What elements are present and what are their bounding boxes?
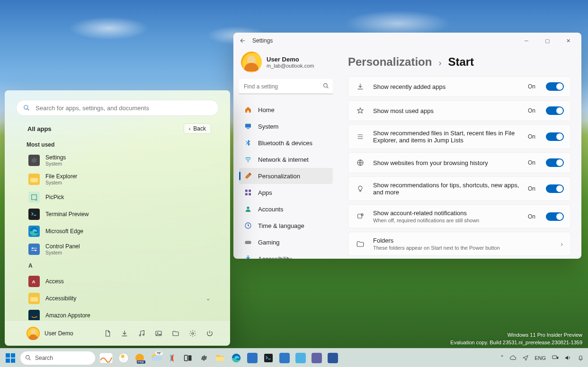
app-microsoft-edge[interactable]: Microsoft Edge: [27, 223, 221, 240]
widgets-button[interactable]: [98, 351, 115, 365]
svg-rect-22: [30, 245, 38, 253]
toggle-switch[interactable]: [546, 106, 564, 115]
downloads-icon[interactable]: [120, 329, 129, 338]
volume-icon[interactable]: [564, 354, 571, 361]
settings-icon[interactable]: [188, 329, 197, 338]
app-file-explorer[interactable]: File Explorer System: [27, 170, 221, 189]
nav-system[interactable]: System: [239, 118, 333, 134]
settings-account-header[interactable]: User Demo m_lab@outlook.com: [239, 49, 333, 79]
app-accessibility[interactable]: Accessibility ⌄: [27, 290, 221, 307]
taskbar-search-placeholder: Search: [35, 355, 53, 361]
phone-link-icon[interactable]: [277, 351, 292, 365]
word-icon[interactable]: [326, 351, 340, 365]
nav-accessibility[interactable]: Accessibility: [239, 251, 333, 259]
nav-bluetooth-devices[interactable]: Bluetooth & devices: [239, 135, 333, 151]
nav-personalization[interactable]: Personalization: [239, 168, 333, 184]
nav-label: Network & internet: [258, 156, 309, 163]
setting-row[interactable]: Show most used apps On: [348, 100, 571, 121]
footer-user-name[interactable]: User Demo: [45, 330, 73, 337]
lightbulb-icon: [355, 184, 365, 194]
svg-text:+: +: [36, 199, 37, 201]
start-search-input[interactable]: [35, 104, 212, 112]
svg-point-37: [143, 334, 144, 335]
app-1[interactable]: PRE: [133, 351, 147, 365]
nav-time-language[interactable]: Time & language: [239, 218, 333, 234]
task-view-icon[interactable]: [181, 351, 195, 365]
svg-rect-42: [99, 353, 113, 363]
download-icon: [355, 81, 365, 92]
nav-network-internet[interactable]: Network & internet: [239, 151, 333, 167]
toggle-switch[interactable]: [546, 184, 564, 193]
setting-row[interactable]: Show websites from your browsing history…: [348, 152, 571, 173]
toggle-switch[interactable]: [546, 132, 564, 141]
user-email: m_lab@outlook.com: [267, 63, 314, 69]
user-avatar[interactable]: [27, 327, 40, 340]
nav-label: Home: [258, 106, 275, 114]
badge-icon: [355, 211, 365, 222]
store-icon[interactable]: [245, 351, 259, 365]
setting-row[interactable]: Show recommendations for tips, shortcuts…: [348, 176, 571, 201]
app-2[interactable]: 78°: [149, 351, 163, 365]
start-button[interactable]: [4, 351, 17, 365]
app-terminal-preview[interactable]: Terminal Preview: [27, 206, 221, 223]
toggle-switch[interactable]: [546, 212, 564, 221]
minimize-button[interactable]: ─: [516, 34, 537, 48]
folder-icon: [28, 293, 40, 304]
language-indicator[interactable]: ENG: [535, 355, 546, 361]
app-control-panel[interactable]: Control Panel System: [27, 240, 221, 259]
nav-accounts[interactable]: Accounts: [239, 201, 333, 217]
tray-chevron-icon[interactable]: ˄: [500, 354, 504, 362]
setting-row[interactable]: Show account-related notifications When …: [348, 204, 571, 228]
setting-row[interactable]: Show recently added apps On: [348, 76, 571, 97]
breadcrumb-current: Start: [448, 55, 474, 69]
settings-icon[interactable]: [197, 351, 211, 365]
network-icon[interactable]: [552, 354, 559, 361]
power-icon[interactable]: [205, 329, 214, 338]
pictures-icon[interactable]: [154, 329, 163, 338]
terminal-icon[interactable]: [261, 351, 276, 365]
maximize-button[interactable]: ▢: [537, 34, 558, 48]
app-settings[interactable]: Settings System: [27, 151, 221, 170]
nav-gaming[interactable]: Gaming: [239, 234, 333, 250]
explorer-icon[interactable]: [213, 351, 227, 365]
edge-icon[interactable]: [229, 351, 243, 365]
nav-label: Accessibility: [258, 255, 292, 259]
svg-point-14: [361, 213, 363, 215]
toggle-state: On: [528, 133, 535, 140]
settings-search[interactable]: [239, 79, 333, 94]
setting-folders[interactable]: Folders These folders appear on Start ne…: [348, 232, 571, 256]
app-picpick[interactable]: + PicPick: [27, 189, 221, 206]
taskbar-search[interactable]: Search: [20, 351, 96, 365]
user-avatar: [241, 52, 262, 72]
start-search[interactable]: [16, 100, 219, 116]
settings-search-input[interactable]: [239, 79, 333, 94]
close-button[interactable]: ✕: [558, 34, 579, 48]
setting-row[interactable]: Show recommended files in Start, recent …: [348, 124, 571, 149]
music-icon[interactable]: [137, 329, 146, 338]
location-icon[interactable]: [522, 355, 529, 361]
nav-label: Time & language: [258, 222, 304, 229]
app-amazon-appstore[interactable]: Amazon Appstore: [27, 307, 221, 320]
settings-titlebar[interactable]: Settings ─ ▢ ✕: [233, 33, 581, 49]
copilot-icon[interactable]: [165, 351, 179, 365]
nav-apps[interactable]: Apps: [239, 184, 333, 201]
notifications-icon[interactable]: [577, 354, 584, 361]
user-name: User Demo: [267, 56, 314, 63]
documents-icon[interactable]: [103, 329, 112, 338]
start-app-list[interactable]: Most used Settings System File Explorer …: [5, 135, 230, 320]
notepad-icon[interactable]: [294, 351, 308, 365]
widget-icon[interactable]: [116, 351, 131, 365]
letter-heading-a[interactable]: A: [28, 262, 219, 269]
toggle-switch[interactable]: [546, 82, 564, 91]
back-button[interactable]: [236, 34, 249, 47]
file-explorer-icon[interactable]: [171, 329, 180, 338]
svg-rect-5: [249, 190, 251, 192]
app-access[interactable]: A Access: [27, 273, 221, 290]
teams-icon[interactable]: [310, 351, 324, 365]
toggle-switch[interactable]: [546, 158, 564, 167]
settings-window: Settings ─ ▢ ✕ User Demo m_lab@outlook.c…: [233, 33, 581, 259]
onedrive-icon[interactable]: [509, 354, 517, 361]
start-back-button[interactable]: ‹ Back: [184, 123, 211, 134]
nav-home[interactable]: Home: [239, 102, 333, 118]
breadcrumb-parent[interactable]: Personalization: [348, 55, 432, 69]
